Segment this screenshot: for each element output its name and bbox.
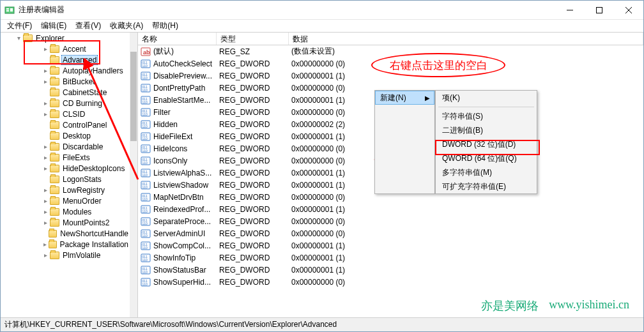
tree-item[interactable]: LogonStats	[1, 174, 130, 185]
column-name[interactable]: 名称	[138, 33, 217, 45]
reg-value-icon: 011110	[141, 144, 151, 154]
tree-item[interactable]: MenuOrder	[1, 195, 130, 206]
reg-value-icon: 011110	[141, 204, 151, 215]
list-row[interactable]: 011110ShowCompCol...REG_DWORD0x00000001 …	[138, 239, 643, 252]
tree-item[interactable]: AutoplayHandlers	[1, 65, 130, 76]
tree-item[interactable]: LowRegistry	[1, 185, 130, 195]
ctx-item[interactable]: 可扩充字符串值(E)	[436, 179, 537, 193]
titlebar: 注册表编辑器	[1, 1, 643, 20]
tree-scrollbar[interactable]	[130, 33, 137, 319]
folder-icon	[50, 165, 59, 172]
ctx-item[interactable]: 项(K)	[436, 91, 537, 105]
reg-value-icon: 011110	[141, 59, 151, 69]
folder-icon	[50, 176, 59, 183]
folder-icon	[50, 219, 59, 227]
reg-value-icon: 011110	[141, 253, 151, 263]
list-row[interactable]: 011110ShowInfoTipREG_DWORD0x00000001 (1)	[138, 252, 643, 264]
svg-text:110: 110	[142, 270, 148, 274]
ctx-item[interactable]: QWORD (64 位)值(Q)	[436, 151, 537, 165]
reg-value-icon: 011110	[141, 168, 151, 178]
close-button[interactable]	[614, 1, 643, 20]
tree-pane[interactable]: Explorer AccentAdvancedAutoplayHandlersB…	[1, 33, 138, 319]
ctx-item[interactable]: DWORD (32 位)值(D)	[436, 137, 537, 151]
tree-item[interactable]: BitBucket	[1, 76, 130, 87]
tree-item[interactable]: CD Burning	[1, 98, 130, 109]
reg-value-icon: 011110	[141, 132, 151, 142]
svg-rect-2	[6, 10, 9, 11]
svg-text:110: 110	[142, 209, 148, 213]
menu-help[interactable]: 帮助(H)	[148, 19, 182, 33]
menu-file[interactable]: 文件(F)	[3, 19, 36, 33]
reg-value-icon: 011110	[141, 83, 151, 93]
maximize-button[interactable]	[585, 1, 614, 20]
scrollbar-thumb[interactable]	[130, 52, 137, 141]
minimize-button[interactable]	[555, 1, 585, 20]
folder-icon	[50, 154, 59, 162]
folder-icon	[50, 197, 59, 205]
svg-text:110: 110	[142, 137, 148, 140]
reg-value-icon: 011110	[141, 277, 151, 287]
column-data[interactable]: 数据	[289, 33, 643, 45]
reg-value-icon: 011110	[141, 229, 151, 239]
tree-item[interactable]: Advanced	[1, 54, 130, 65]
reg-value-icon: 011110	[141, 241, 151, 251]
folder-icon	[50, 89, 59, 96]
list-row[interactable]: ab(默认)REG_SZ(数值未设置)	[138, 45, 643, 57]
column-type[interactable]: 类型	[217, 33, 289, 45]
svg-text:110: 110	[142, 197, 148, 201]
statusbar: 计算机\HKEY_CURRENT_USER\Software\Microsoft…	[1, 317, 643, 331]
folder-icon	[50, 208, 59, 216]
svg-rect-3	[10, 8, 13, 11]
tree-item[interactable]: Modules	[1, 206, 130, 217]
list-row[interactable]: 011110DisablePreview...REG_DWORD0x000000…	[138, 70, 643, 82]
reg-value-icon: ab	[141, 47, 151, 57]
list-row[interactable]: 011110ServerAdminUIREG_DWORD0x00000000 (…	[138, 227, 643, 239]
chevron-right-icon: ▶	[425, 94, 430, 102]
tree-item[interactable]: Package Installation	[1, 239, 130, 250]
svg-text:110: 110	[142, 173, 148, 177]
tree-item[interactable]: MountPoints2	[1, 217, 130, 228]
list-row[interactable]: 011110SeparateProce...REG_DWORD0x0000000…	[138, 215, 643, 227]
tree-item[interactable]: CabinetState	[1, 87, 130, 98]
reg-value-icon: 011110	[141, 107, 151, 117]
menu-edit[interactable]: 编辑(E)	[37, 19, 70, 33]
list-row[interactable]: 011110ShowSuperHid...REG_DWORD0x00000000…	[138, 276, 643, 288]
folder-icon	[50, 186, 59, 194]
tree-item[interactable]: FileExts	[1, 152, 130, 163]
app-window: 注册表编辑器 文件(F) 编辑(E) 查看(V) 收藏夹(A) 帮助(H) Ex…	[0, 0, 644, 332]
menu-view[interactable]: 查看(V)	[72, 19, 105, 33]
tree-item[interactable]: CLSID	[1, 109, 130, 119]
tree-item[interactable]: Desktop	[1, 130, 130, 141]
svg-text:110: 110	[142, 161, 148, 165]
tree-item[interactable]: HideDesktopIcons	[1, 163, 130, 174]
tree-item[interactable]: Accent	[1, 43, 130, 54]
window-title: 注册表编辑器	[19, 4, 65, 15]
svg-rect-1	[6, 8, 9, 10]
ctx-new[interactable]: 新建(N)▶	[375, 91, 434, 105]
reg-value-icon: 011110	[141, 95, 151, 105]
svg-text:110: 110	[142, 100, 148, 104]
menu-favorites[interactable]: 收藏夹(A)	[106, 19, 147, 33]
svg-text:110: 110	[142, 222, 148, 225]
svg-text:110: 110	[142, 246, 148, 250]
tree-item[interactable]: Discardable	[1, 141, 130, 152]
svg-text:ab: ab	[143, 49, 150, 56]
folder-icon	[50, 100, 59, 107]
tree-item[interactable]: Explorer	[1, 33, 130, 43]
tree-item[interactable]: NewShortcutHandle	[1, 228, 130, 239]
tree-item[interactable]: PlmVolatile	[1, 250, 130, 260]
reg-value-icon: 011110	[141, 192, 151, 202]
ctx-item[interactable]: 字符串值(S)	[436, 109, 537, 123]
folder-icon	[23, 34, 33, 42]
list-row[interactable]: 011110ReindexedProf...REG_DWORD0x0000000…	[138, 203, 643, 215]
list-row[interactable]: 011110AutoCheckSelectREG_DWORD0x00000000…	[138, 57, 643, 70]
reg-value-icon: 011110	[141, 119, 151, 130]
list-row[interactable]: 011110ShowStatusBarREG_DWORD0x00000001 (…	[138, 264, 643, 276]
svg-text:110: 110	[142, 76, 148, 80]
tree-item[interactable]: ControlPanel	[1, 119, 130, 130]
svg-text:110: 110	[142, 112, 148, 116]
ctx-item[interactable]: 多字符串值(M)	[436, 165, 537, 179]
folder-icon	[50, 56, 59, 64]
ctx-item[interactable]: 二进制值(B)	[436, 123, 537, 137]
folder-icon	[50, 121, 59, 129]
